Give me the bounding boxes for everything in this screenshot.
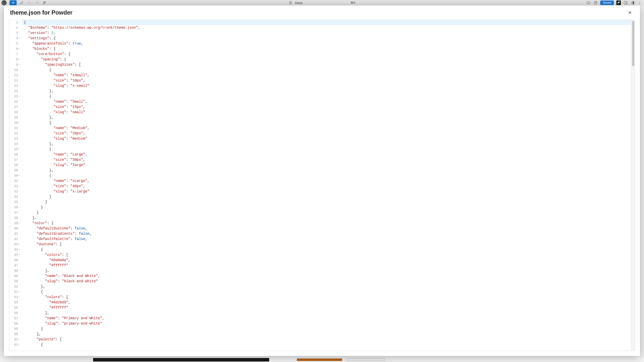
code-line[interactable]: } (22, 326, 635, 332)
code-line[interactable]: ], (22, 310, 635, 316)
saved-indicator[interactable]: Saved (600, 1, 614, 5)
code-line[interactable]: "$schema": "https://schemas.wp.org/trunk… (22, 25, 635, 30)
code-line[interactable]: ], (22, 268, 635, 273)
code-line[interactable]: "version": 2, (22, 30, 635, 36)
theme-json-modal: theme.json for Powder 1▾2 3 4▾5 6▾7 8▾9▾… (4, 6, 640, 356)
code-line[interactable]: { (22, 120, 635, 126)
code-line[interactable]: }, (22, 89, 635, 94)
code-line[interactable]: "name": "Black and White", (22, 273, 635, 279)
code-line[interactable]: { (22, 289, 635, 295)
line-number: 51 (9, 284, 20, 289)
external-link-icon[interactable] (593, 1, 598, 5)
code-line[interactable]: { (22, 20, 635, 25)
code-line[interactable]: "duotone": [ (22, 242, 635, 247)
code-line[interactable]: "defaultPalette": false, (22, 236, 635, 242)
bottom-strip (0, 357, 644, 362)
code-line[interactable]: "blocks": { (22, 46, 635, 52)
code-line[interactable]: "color": { (22, 221, 635, 226)
code-editor[interactable]: 1▾2 3 4▾5 6▾7 8▾9▾10 11 12 13 14 15▾16 1… (9, 20, 635, 351)
code-line[interactable]: "size": "40px", (22, 184, 635, 189)
code-line[interactable]: "spacingSizes": [ (22, 62, 635, 67)
code-line[interactable]: "size": "15px", (22, 104, 635, 110)
bottom-orange-button (297, 358, 342, 361)
code-line[interactable]: ] (22, 199, 635, 205)
line-number: 47 (9, 263, 20, 268)
code-line[interactable]: { (22, 94, 635, 99)
code-line[interactable]: "slug": "small" (22, 110, 635, 115)
line-number: 28 (9, 163, 20, 168)
wordpress-icon[interactable] (2, 0, 7, 5)
code-line[interactable]: }, (22, 115, 635, 120)
code-line[interactable]: "defaultGradients": false, (22, 231, 635, 236)
code-line[interactable]: "name": "Primary and White", (22, 316, 635, 321)
code-line[interactable]: }, (22, 168, 635, 173)
code-line[interactable]: "slug": "large" (22, 163, 635, 168)
code-line[interactable]: { (22, 173, 635, 178)
code-line[interactable]: "slug": "medium" (22, 136, 635, 141)
edit-icon[interactable] (20, 1, 24, 5)
code-line[interactable]: "name": "Large", (22, 152, 635, 157)
code-line[interactable]: "spacing": { (22, 57, 635, 62)
toolbar-center[interactable]: Inicio ⌘K (289, 1, 355, 5)
modal-header: theme.json for Powder (4, 6, 640, 20)
code-line[interactable]: }, (22, 284, 635, 289)
svg-point-7 (639, 3, 640, 3)
code-line[interactable]: "appearanceTools": true, (22, 41, 635, 46)
code-line[interactable]: } (22, 210, 635, 215)
code-line[interactable]: "core/button": { (22, 52, 635, 57)
list-view-icon[interactable] (42, 1, 47, 5)
line-number: 11 (9, 73, 20, 78)
code-content[interactable]: { "$schema": "https://schemas.wp.org/tru… (22, 20, 635, 351)
code-line[interactable]: } (22, 205, 635, 210)
code-line[interactable]: "slug": "primary-and-white" (22, 321, 635, 326)
code-line[interactable]: } (22, 194, 635, 199)
code-line[interactable]: "name": "xLarge", (22, 178, 635, 184)
svg-rect-2 (587, 2, 590, 4)
code-line[interactable]: "name": "xSmall", (22, 73, 635, 78)
styles-icon[interactable] (630, 1, 635, 5)
code-line[interactable]: "slug": "black-and-white" (22, 279, 635, 284)
line-number: 29 (9, 168, 20, 173)
code-line[interactable]: { (22, 342, 635, 347)
code-line[interactable]: "slug": "x-small" (22, 83, 635, 89)
code-line[interactable]: "colors": [ (22, 295, 635, 300)
code-line[interactable]: "size": "20px", (22, 131, 635, 136)
line-number: 35 (9, 199, 20, 205)
code-line[interactable]: { (22, 147, 635, 152)
code-line[interactable]: "settings": { (22, 36, 635, 41)
code-line[interactable]: ], (22, 332, 635, 337)
code-line[interactable]: "name": "Small", (22, 99, 635, 104)
add-block-button[interactable] (10, 0, 17, 5)
desktop-view-icon[interactable] (586, 1, 591, 5)
code-line[interactable]: "size": "30px", (22, 157, 635, 163)
line-number: 53▾ (9, 295, 20, 300)
background-app: Inicio ⌘K Saved (0, 0, 644, 362)
tools-icon[interactable] (616, 1, 621, 5)
code-line[interactable]: { (22, 247, 635, 252)
more-options-icon[interactable] (637, 1, 642, 5)
code-line[interactable]: "defaultDuotone": false, (22, 226, 635, 231)
code-line[interactable]: "name": "Medium", (22, 126, 635, 131)
code-line[interactable]: { (22, 67, 635, 73)
code-line[interactable]: "#6d28d9", (22, 300, 635, 305)
line-number: 31 (9, 178, 20, 184)
code-line[interactable]: "colors": [ (22, 252, 635, 258)
line-number: 33 (9, 189, 20, 194)
line-number: 41 (9, 231, 20, 236)
close-button[interactable] (626, 9, 634, 17)
code-line[interactable]: "slug": "x-large" (22, 189, 635, 194)
code-line[interactable]: "#ffffff" (22, 305, 635, 310)
line-number: 27 (9, 157, 20, 163)
undo-icon[interactable] (27, 1, 32, 5)
code-line[interactable]: "size": "10px", (22, 78, 635, 83)
code-line[interactable]: "#ffffff" (22, 263, 635, 268)
redo-icon[interactable] (35, 1, 39, 5)
code-line[interactable]: "#0a0a0a", (22, 258, 635, 263)
scrollbar-thumb[interactable] (632, 21, 634, 66)
code-line[interactable]: }, (22, 141, 635, 147)
code-line[interactable]: "palette": [ (22, 337, 635, 342)
code-line[interactable]: }, (22, 215, 635, 221)
sidebar-toggle-icon[interactable] (623, 1, 628, 5)
scrollbar-track[interactable] (631, 20, 635, 351)
line-number: 44▾ (9, 247, 20, 252)
